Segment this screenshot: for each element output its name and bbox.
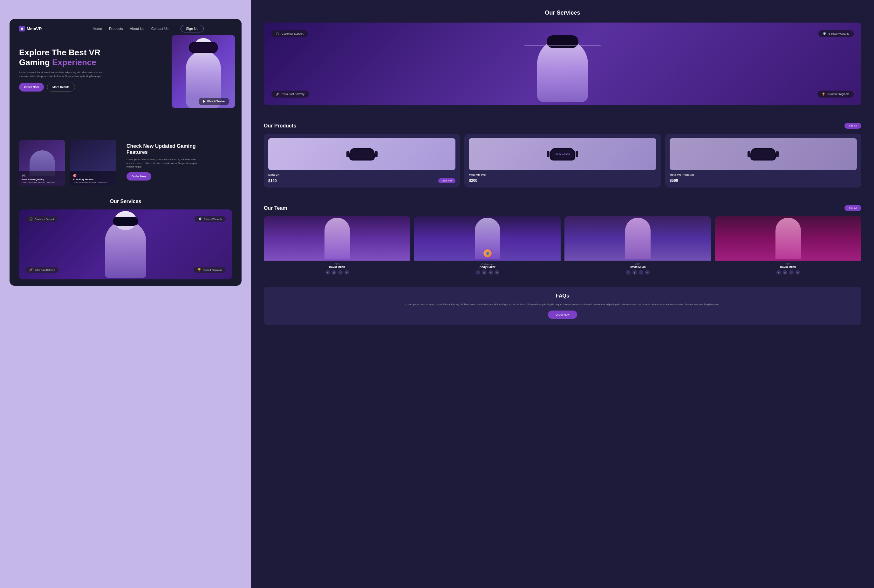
twitter-icon[interactable]: t bbox=[338, 270, 343, 274]
nav-about[interactable]: About Us bbox=[130, 27, 144, 30]
right-services-person bbox=[264, 22, 861, 105]
logo-icon: ▣ bbox=[19, 26, 25, 32]
hero-image-box: Watch Trailer bbox=[172, 35, 235, 108]
team-role-2: Co-Founder bbox=[417, 263, 558, 266]
team-img-1 bbox=[264, 216, 410, 261]
feature-card-2-overlay: 🎯 Role-Play Games Lorem ipsum dolor sit … bbox=[70, 171, 116, 186]
hero-description: Lorem ipsum dolor sit amet, consectetur … bbox=[19, 70, 108, 78]
badge-customer-support: 🎧 Customer Support bbox=[25, 216, 58, 222]
watch-trailer-text: Watch Trailer bbox=[207, 100, 225, 103]
team-info-2: Co-Founder Andy Baker f ◎ t in bbox=[414, 261, 561, 277]
product-price-1: $120 bbox=[268, 178, 277, 183]
facebook-icon-2[interactable]: f bbox=[476, 270, 480, 274]
right-badge-reward: 🏆 Reward Programs bbox=[817, 91, 854, 98]
nav-products[interactable]: Products bbox=[109, 27, 123, 30]
right-badge-delivery: 🚀 Extra Fast Delivery bbox=[271, 91, 309, 98]
twitter-icon-2[interactable]: t bbox=[489, 270, 493, 274]
feature-card-2: 🎯 Role-Play Games Lorem ipsum dolor sit … bbox=[70, 140, 116, 186]
product-card-3: Meta VR Premium $560 bbox=[665, 134, 861, 188]
team-header: Our Team See All bbox=[264, 205, 861, 211]
right-badge-warranty: 🛡️ 5 Years Warranty bbox=[819, 30, 854, 37]
hero-figure bbox=[172, 35, 235, 108]
signup-button[interactable]: Sign Up bbox=[180, 25, 204, 32]
team-card-4: CEO David Milan f ◎ t in bbox=[715, 216, 861, 277]
facebook-icon[interactable]: f bbox=[325, 270, 330, 274]
watch-trailer-button[interactable]: Watch Trailer bbox=[199, 98, 229, 105]
linkedin-icon-4[interactable]: in bbox=[796, 270, 800, 274]
products-header: Our Products See All bbox=[264, 123, 861, 129]
product-card-2: VR GLASSES Meta VR Pro $200 bbox=[464, 134, 660, 188]
services-section-left: Our Services 🎧 Customer Support 🛡️ 5 Yea… bbox=[9, 192, 241, 286]
facebook-icon-4[interactable]: f bbox=[777, 270, 781, 274]
team-shape-1 bbox=[324, 218, 350, 259]
more-details-button[interactable]: More Details bbox=[47, 82, 75, 92]
team-see-all[interactable]: See All bbox=[844, 205, 861, 211]
linkedin-icon-2[interactable]: in bbox=[495, 270, 499, 274]
linkedin-icon-3[interactable]: in bbox=[645, 270, 650, 274]
team-card-1: CEO David Milan f ◎ t in bbox=[264, 216, 410, 277]
right-reward-icon: 🏆 bbox=[822, 93, 825, 96]
badge-five-years: 🛡️ 5 Years Warranty bbox=[195, 216, 226, 222]
product-headset-1 bbox=[349, 148, 375, 160]
products-title: Our Products bbox=[264, 123, 296, 129]
nav-home[interactable]: Home bbox=[93, 27, 102, 30]
team-shape-3 bbox=[625, 218, 651, 259]
feature-2-title: Role-Play Games bbox=[73, 178, 114, 181]
vr-arms bbox=[525, 45, 601, 46]
product-img-2: VR GLASSES bbox=[469, 138, 656, 170]
instagram-icon-2[interactable]: ◎ bbox=[482, 270, 487, 274]
team-card-3: CEO David Milan f ◎ t in bbox=[564, 216, 711, 277]
product-price-row-2: $200 bbox=[469, 178, 656, 183]
left-panel: ▣ MetaVR Home Products About Us Contact … bbox=[0, 0, 251, 588]
product-order-1[interactable]: Order Now bbox=[438, 178, 456, 183]
twitter-icon-4[interactable]: t bbox=[789, 270, 794, 274]
team-role-4: CEO bbox=[717, 263, 859, 266]
nav-contact[interactable]: Contact Us bbox=[151, 27, 168, 30]
product-name-2: Meta VR Pro bbox=[469, 173, 656, 176]
right-headphone-icon: 🎧 bbox=[276, 32, 279, 35]
team-name-1: David Milan bbox=[266, 266, 408, 268]
play-icon bbox=[203, 100, 205, 103]
instagram-icon-4[interactable]: ◎ bbox=[783, 270, 787, 274]
services-visual: 🎧 Customer Support 🛡️ 5 Years Warranty 🚀… bbox=[19, 210, 232, 279]
headphone-icon: 🎧 bbox=[29, 218, 33, 220]
order-now-button[interactable]: Order Now bbox=[19, 82, 44, 92]
team-section: Our Team See All CEO David Milan f ◎ t i… bbox=[264, 205, 861, 277]
feature-card-1-overlay: 🎮 Best Video Quality Lorem ipsum dolor s… bbox=[19, 171, 65, 186]
headset-shape bbox=[189, 42, 218, 53]
faqs-section: FAQs Lorem ipsum dolor sit amet, consect… bbox=[264, 287, 861, 325]
feature-1-desc: Lorem ipsum dolor sit amet, consectetur bbox=[22, 182, 63, 183]
feature-text-block: Check New Updated Gaming Features Lorem … bbox=[121, 140, 198, 186]
team-role-3: CEO bbox=[567, 263, 708, 266]
brand-logo[interactable]: ▣ MetaVR bbox=[19, 26, 42, 32]
instagram-icon-3[interactable]: ◎ bbox=[633, 270, 637, 274]
features-order-button[interactable]: Order Now bbox=[126, 172, 151, 180]
twitter-icon-3[interactable]: t bbox=[639, 270, 643, 274]
faqs-description: Lorem ipsum dolor sit amet, consectetur … bbox=[270, 303, 855, 306]
reward-icon: 🏆 bbox=[197, 268, 201, 272]
team-card-2: 👤 Co-Founder Andy Baker f ◎ t in bbox=[414, 216, 561, 277]
linkedin-icon[interactable]: in bbox=[345, 270, 349, 274]
right-panel: Our Services 🎧 Customer Support 🛡️ 5 Yea… bbox=[251, 0, 874, 588]
badge-fast-delivery: 🚀 Extra Fast Delivery bbox=[25, 267, 58, 273]
feature-card-1: 🎮 Best Video Quality Lorem ipsum dolor s… bbox=[19, 140, 65, 186]
feature-1-title: Best Video Quality bbox=[22, 178, 63, 181]
feature-2-desc: Lorem ipsum dolor sit amet, consectetur bbox=[73, 182, 114, 183]
nav-links: Home Products About Us Contact Us Sign U… bbox=[93, 25, 204, 32]
right-badge-customer: 🎧 Customer Support bbox=[271, 30, 308, 37]
badge-reward: 🏆 Reward Programs bbox=[193, 267, 226, 273]
faqs-order-button[interactable]: Order Now bbox=[548, 310, 577, 319]
instagram-icon[interactable]: ◎ bbox=[332, 270, 336, 274]
hero-buttons: Order Now More Details bbox=[19, 82, 108, 92]
products-grid: Meta VR $120 Order Now VR GLASSES Meta V… bbox=[264, 134, 861, 188]
team-img-2: 👤 bbox=[414, 216, 561, 261]
product-headset-3 bbox=[750, 148, 776, 160]
product-price-row-1: $120 Order Now bbox=[268, 178, 456, 183]
hero-text-block: Explore The Best VR Gaming Experience Lo… bbox=[19, 48, 108, 92]
facebook-icon-3[interactable]: f bbox=[626, 270, 631, 274]
team-name-3: David Milan bbox=[567, 266, 708, 268]
delivery-icon: 🚀 bbox=[29, 268, 33, 272]
product-price-2: $200 bbox=[469, 178, 477, 183]
vr-body bbox=[537, 39, 588, 102]
products-see-all[interactable]: See All bbox=[844, 123, 861, 129]
